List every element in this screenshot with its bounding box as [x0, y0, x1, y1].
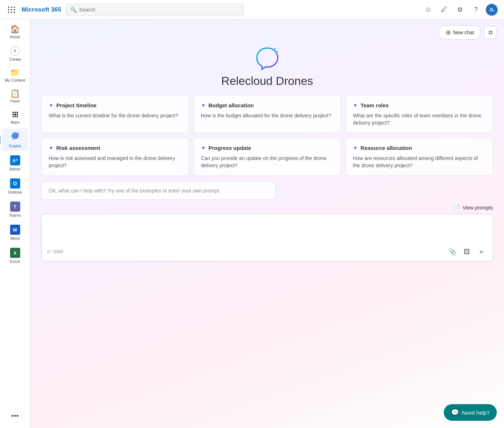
hero-section: Relecloud Drones: [30, 43, 504, 95]
home-icon: 🏠: [10, 25, 20, 33]
magic-icon: ✦: [49, 144, 53, 151]
sidebar-label-my-content: My Content: [5, 78, 25, 82]
sidebar-label-home: Home: [10, 35, 20, 39]
new-chat-plus-icon: ⊕: [446, 29, 451, 36]
more-icon: •••: [11, 412, 19, 419]
card-project-timeline[interactable]: ✦ Project timeline What is the current t…: [41, 95, 189, 133]
new-chat-button[interactable]: ⊕ New chat: [439, 25, 481, 40]
card-body: How are resources allocated among differ…: [353, 155, 486, 169]
prompt-area: OK, what can I help with? Try one of the…: [30, 176, 504, 203]
magic-icon: ✦: [353, 144, 358, 151]
sidebar-label-excel: Excel: [10, 259, 20, 264]
card-title: Resource allocation: [360, 145, 412, 151]
hero-title: Relecloud Drones: [221, 74, 313, 88]
sidebar-item-excel[interactable]: X Excel: [2, 245, 28, 267]
sidebar-label-create: Create: [9, 57, 21, 61]
search-input[interactable]: [79, 7, 240, 13]
teams-icon: T: [10, 202, 20, 212]
need-help-label: Need help?: [462, 410, 490, 416]
sidebar-more[interactable]: •••: [2, 409, 28, 422]
card-title: Risk assessment: [56, 145, 100, 151]
card-header: ✦ Resource allocation: [353, 144, 486, 151]
search-icon: 🔍: [70, 7, 76, 13]
sidebar: 🏠 Home + Create 📁 My Content 📋 Feed ⊞ Ap…: [0, 20, 30, 428]
card-progress-update[interactable]: ✦ Progress update Can you provide an upd…: [193, 138, 341, 176]
sidebar-item-create[interactable]: + Create: [2, 43, 28, 64]
chat-input[interactable]: [47, 220, 487, 242]
sidebar-item-apps[interactable]: ⊞ Apps: [2, 108, 28, 127]
emoji-button[interactable]: ☺: [422, 3, 435, 16]
sidebar-item-feed[interactable]: 📋 Feed: [2, 87, 28, 106]
image-button[interactable]: 🖼: [461, 246, 473, 258]
word-icon: W: [10, 225, 20, 235]
sidebar-item-outlook[interactable]: O Outlook: [2, 176, 28, 197]
sidebar-item-home[interactable]: 🏠 Home: [2, 22, 28, 42]
sidebar-label-outlook: Outlook: [8, 190, 22, 194]
chat-actions: 📎 🖼 ➤: [447, 246, 487, 258]
outlook-icon: O: [10, 178, 20, 189]
card-header: ✦ Project timeline: [49, 102, 181, 109]
chat-input-footer: 0 / 2000 📎 🖼 ➤: [47, 246, 487, 258]
card-header: ✦ Team roles: [353, 102, 486, 109]
sidebar-label-copilot: Copilot: [9, 144, 21, 148]
sidebar-label-feed: Feed: [10, 99, 19, 103]
card-body: How is the budget allocated for the dron…: [201, 112, 334, 120]
main-layout: 🏠 Home + Create 📁 My Content 📋 Feed ⊞ Ap…: [0, 20, 504, 428]
card-body: What is the current timeline for the dro…: [49, 112, 181, 120]
magic-icon: ✦: [49, 102, 53, 109]
copilot-icon: [10, 131, 20, 142]
create-icon: +: [10, 46, 20, 56]
card-header: ✦ Progress update: [201, 144, 334, 151]
sidebar-item-admin[interactable]: A* Admin: [2, 152, 28, 174]
card-budget-allocation[interactable]: ✦ Budget allocation How is the budget al…: [193, 95, 341, 133]
topbar-actions: ☺ 🖊 ⚙ ? JL: [422, 3, 498, 16]
sidebar-label-apps: Apps: [10, 120, 19, 124]
sidebar-item-my-content[interactable]: 📁 My Content: [2, 66, 28, 85]
magic-icon: ✦: [353, 102, 358, 109]
char-count: 0 / 2000: [47, 249, 63, 254]
help-button[interactable]: ?: [469, 3, 482, 16]
card-risk-assessment[interactable]: ✦ Risk assessment How is risk assessed a…: [41, 138, 189, 176]
magic-icon: ✦: [201, 102, 206, 109]
card-body: Can you provide an update on the progres…: [201, 155, 334, 169]
card-title: Project timeline: [56, 102, 97, 108]
feed-icon: 📋: [10, 90, 20, 98]
sidebar-label-admin: Admin: [9, 167, 21, 171]
avatar[interactable]: JL: [485, 3, 498, 16]
my-content-icon: 📁: [10, 69, 20, 77]
hero-copilot-icon: [255, 46, 280, 72]
prompt-suggestion: OK, what can I help with? Try one of the…: [41, 182, 276, 200]
view-prompts-label: View prompts: [463, 205, 493, 211]
view-prompts[interactable]: 📄 View prompts: [30, 203, 504, 214]
need-help-button[interactable]: 💬 Need help?: [444, 404, 497, 421]
grid-icon[interactable]: [6, 7, 17, 13]
expand-button[interactable]: ⧉: [484, 26, 497, 39]
brand-name: Microsoft 365: [22, 6, 61, 13]
send-button[interactable]: ➤: [475, 246, 487, 258]
attachment-button[interactable]: 📎: [447, 246, 458, 258]
content-area: ⊕ New chat ⧉ Relecloud Drones: [30, 20, 504, 428]
card-title: Team roles: [360, 102, 389, 108]
expand-icon: ⧉: [488, 29, 492, 36]
settings-button[interactable]: ⚙: [453, 3, 466, 16]
card-body: How is risk assessed and managed in the …: [49, 155, 181, 169]
sidebar-item-word[interactable]: W Word: [2, 222, 28, 243]
sidebar-label-teams: Teams: [9, 213, 21, 217]
card-resource-allocation[interactable]: ✦ Resource allocation How are resources …: [345, 138, 493, 176]
edit-button[interactable]: 🖊: [438, 3, 451, 16]
card-header: ✦ Risk assessment: [49, 144, 181, 151]
card-team-roles[interactable]: ✦ Team roles What are the specific roles…: [345, 95, 493, 133]
cards-grid: ✦ Project timeline What is the current t…: [30, 95, 504, 176]
admin-icon: A*: [10, 155, 20, 165]
sidebar-item-copilot[interactable]: Copilot: [2, 129, 28, 151]
card-title: Progress update: [209, 145, 251, 151]
card-body: What are the specific roles of team memb…: [353, 112, 486, 126]
help-bubble-icon: 💬: [451, 408, 459, 416]
search-bar[interactable]: 🔍: [66, 4, 244, 16]
sidebar-label-word: Word: [10, 236, 19, 241]
magic-icon: ✦: [201, 144, 206, 151]
card-title: Budget allocation: [209, 102, 254, 108]
card-header: ✦ Budget allocation: [201, 102, 334, 109]
new-chat-label: New chat: [453, 30, 474, 35]
sidebar-item-teams[interactable]: T Teams: [2, 199, 28, 220]
